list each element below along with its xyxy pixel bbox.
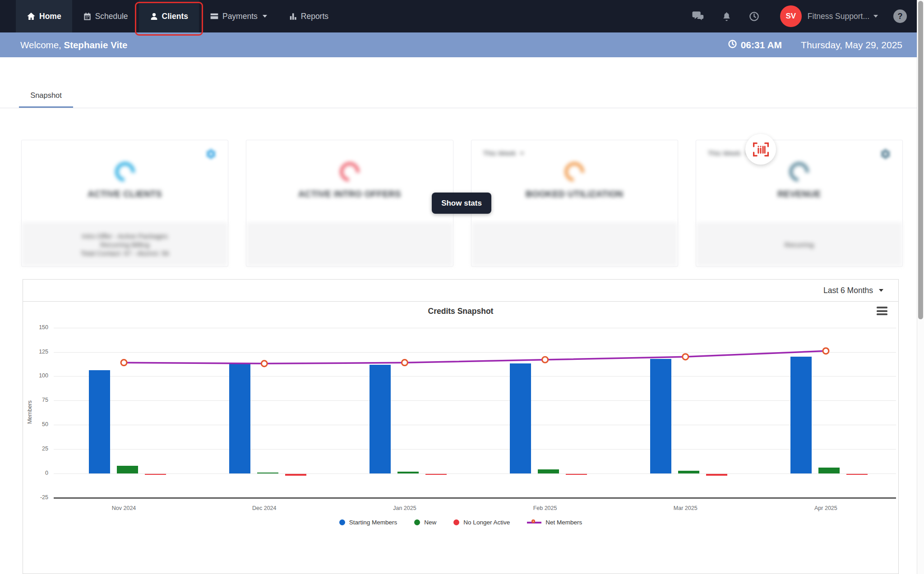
page-scrollbar[interactable] — [917, 0, 924, 574]
nav-item-clients[interactable]: Clients — [139, 0, 199, 32]
chart-title: Credits Snapshot — [23, 307, 898, 316]
bar-new-jan-2025[interactable] — [397, 472, 419, 473]
card-footer-line: Intro Offer - Active Packages — [82, 232, 168, 240]
main-nav: HomeScheduleClientsPaymentsReports — [0, 0, 339, 32]
nav-item-payments[interactable]: Payments — [199, 0, 278, 32]
person-icon — [150, 12, 158, 21]
x-axis-line — [54, 497, 896, 499]
card-period-label: This Week — [708, 149, 741, 157]
bar-new-mar-2025[interactable] — [678, 471, 699, 473]
legend-label: Starting Members — [349, 519, 397, 526]
bar-chart-icon — [289, 12, 297, 21]
welcome-bar-right: 06:31 AM Thursday, May 29, 2025 — [728, 39, 902, 51]
card-period-selector[interactable]: This Week — [483, 149, 524, 157]
x-axis-tick-label: Feb 2025 — [516, 505, 574, 511]
stat-card-active-clients: ACTIVE CLIENTSIntro Offer - Active Packa… — [21, 140, 228, 266]
net-members-marker — [542, 357, 548, 363]
net-members-marker — [823, 348, 829, 354]
bar-no-longer-active-feb-2025[interactable] — [566, 474, 587, 475]
bar-no-longer-active-mar-2025[interactable] — [706, 474, 727, 476]
nav-item-home[interactable]: Home — [16, 0, 72, 32]
credits-snapshot-panel: Last 6 Months Credits Snapshot 150125100… — [23, 279, 899, 574]
y-gridline — [54, 425, 896, 425]
card-body: ACTIVE INTRO OFFERS — [246, 140, 453, 224]
bar-starting-members-mar-2025[interactable] — [650, 359, 671, 473]
bar-starting-members-feb-2025[interactable] — [510, 363, 531, 473]
bar-new-feb-2025[interactable] — [538, 469, 559, 473]
loading-spinner-icon — [111, 158, 139, 186]
account-label: Fitness Support... — [808, 12, 869, 21]
clock-icon[interactable] — [749, 11, 759, 22]
bar-no-longer-active-dec-2024[interactable] — [285, 474, 306, 476]
card-center: ACTIVE CLIENTS — [22, 162, 228, 199]
bell-icon[interactable] — [721, 11, 732, 22]
bar-new-apr-2025[interactable] — [818, 468, 840, 473]
chevron-down-icon — [879, 289, 883, 292]
stat-card-booked-utilization: This WeekBOOKED UTILIZATION — [471, 140, 678, 266]
home-icon — [27, 12, 36, 21]
card-footer — [246, 223, 453, 266]
y-axis-tick-label: 150 — [28, 324, 48, 331]
card-period-selector[interactable]: This Week — [708, 149, 749, 157]
bar-no-longer-active-jan-2025[interactable] — [425, 474, 447, 475]
card-body: This WeekBOOKED UTILIZATION — [471, 140, 678, 224]
legend-dot-icon — [453, 519, 459, 525]
gear-icon[interactable] — [878, 147, 892, 162]
legend-item-no-longer-active[interactable]: No Longer Active — [453, 519, 510, 526]
bar-starting-members-nov-2024[interactable] — [89, 370, 110, 473]
welcome-bar: Welcome, Stephanie Vite 06:31 AM Thursda… — [0, 32, 924, 57]
net-members-marker — [121, 360, 127, 366]
show-stats-button[interactable]: Show stats — [432, 193, 491, 214]
user-name: Stephanie Vite — [64, 40, 127, 50]
x-axis-tick-label: Nov 2024 — [95, 505, 153, 511]
bar-new-nov-2024[interactable] — [117, 466, 138, 473]
legend-item-new[interactable]: New — [414, 519, 436, 526]
nav-item-label: Payments — [222, 12, 258, 21]
bar-no-longer-active-apr-2025[interactable] — [846, 474, 868, 475]
account-menu[interactable]: Fitness Support... — [808, 12, 878, 21]
card-title: REVENUE — [696, 189, 902, 199]
chevron-down-icon — [873, 15, 878, 18]
x-axis-tick-label: Dec 2024 — [235, 505, 294, 511]
barcode-scan-icon[interactable] — [745, 134, 776, 165]
page: HomeScheduleClientsPaymentsReports SV Fi… — [0, 0, 924, 574]
card-footer: Intro Offer - Active PackagesRecurring B… — [22, 223, 228, 266]
bar-starting-members-jan-2025[interactable] — [370, 365, 391, 473]
card-title: ACTIVE INTRO OFFERS — [246, 189, 453, 199]
line-marker-icon — [527, 519, 541, 526]
bar-starting-members-apr-2025[interactable] — [790, 357, 812, 473]
y-axis-tick-label: 25 — [28, 445, 48, 452]
legend-dot-icon — [339, 519, 345, 525]
greeting-prefix: Welcome, — [20, 40, 64, 50]
chat-icon[interactable] — [692, 11, 704, 22]
calendar-icon — [83, 12, 92, 21]
y-gridline — [54, 376, 896, 377]
bar-starting-members-dec-2024[interactable] — [229, 363, 250, 473]
loading-spinner-icon — [336, 158, 364, 186]
legend-item-starting-members[interactable]: Starting Members — [339, 519, 397, 526]
card-footer: Recurring — [696, 223, 902, 266]
nav-item-reports[interactable]: Reports — [278, 0, 339, 32]
chart-menu-icon[interactable] — [877, 307, 887, 317]
bar-new-dec-2024[interactable] — [257, 473, 278, 473]
clock-icon — [728, 39, 737, 51]
tab-snapshot[interactable]: Snapshot — [19, 81, 73, 108]
net-members-marker — [402, 360, 407, 366]
time-value: 06:31 AM — [741, 40, 782, 51]
legend-label: No Longer Active — [463, 519, 510, 526]
nav-item-label: Clients — [162, 12, 188, 21]
nav-item-schedule[interactable]: Schedule — [72, 0, 139, 32]
card-body: This WeekREVENUE — [696, 140, 902, 224]
bar-no-longer-active-nov-2024[interactable] — [145, 474, 166, 475]
card-footer-line: Total Contact: 97 - Alumni: 56 — [81, 249, 169, 257]
avatar[interactable]: SV — [780, 5, 802, 27]
legend-item-net-members[interactable]: Net Members — [527, 519, 582, 526]
scrollbar-thumb[interactable] — [918, 1, 923, 319]
chart-legend: Starting MembersNewNo Longer ActiveNet M… — [23, 519, 898, 526]
y-axis-title: Members — [27, 396, 33, 428]
help-icon[interactable]: ? — [893, 9, 907, 23]
period-selector[interactable]: Last 6 Months — [823, 286, 883, 295]
period-label: Last 6 Months — [823, 286, 873, 295]
gear-icon[interactable] — [204, 147, 217, 162]
chart-panel-header: Last 6 Months — [23, 280, 898, 302]
